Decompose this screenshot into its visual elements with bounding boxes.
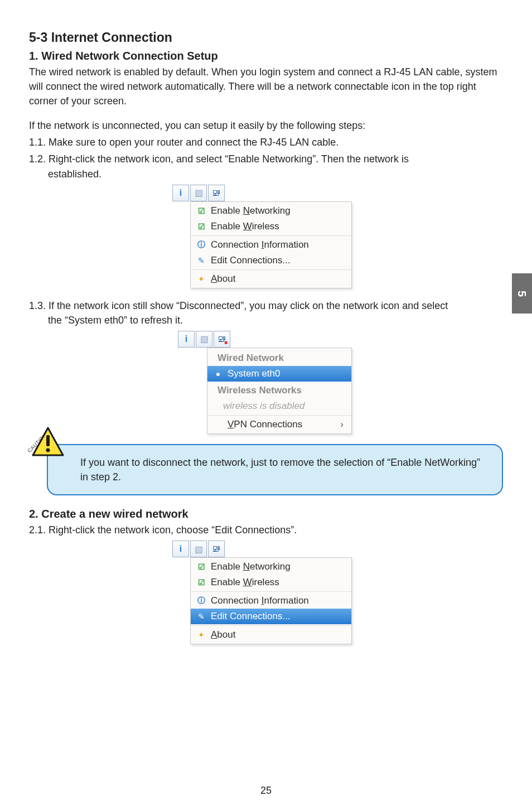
step-1-3: 1.3. If the network icon still show “Dis… [29, 298, 503, 327]
menu-edit-connections[interactable]: ✎ Edit Connections... [191, 609, 351, 624]
subsection-1-paragraph: The wired network is enabled by default.… [29, 65, 503, 108]
checkbox-checked-icon: ☑ [196, 222, 206, 231]
menu-enable-networking[interactable]: ☑ Enable Networking [191, 203, 351, 219]
info-tray-icon[interactable]: i [178, 331, 195, 348]
menu-connection-information[interactable]: ⓘ Connection Information [191, 237, 351, 253]
edit-icon: ✎ [196, 612, 206, 621]
page-number: 25 [0, 785, 532, 797]
tray-icons: i ▧ 🖳 [171, 541, 361, 557]
computer-icon: 🖳 [212, 188, 221, 198]
network-list-figure: i ▧ 🖳■ Wired Network ● System eth0 Wirel… [177, 331, 355, 434]
menu-separator [191, 269, 351, 270]
network-tray-icon[interactable]: 🖳 [208, 185, 225, 201]
folder-tray-icon[interactable]: ▧ [190, 541, 207, 557]
subsection-1-title: 1. Wired Network Connection Setup [29, 50, 503, 62]
info-icon: i [180, 188, 182, 198]
submenu-arrow-icon: › [340, 419, 344, 430]
network-disconnected-tray-icon[interactable]: 🖳■ [214, 331, 230, 348]
folder-icon: ▧ [200, 334, 209, 344]
network-list-menu: Wired Network ● System eth0 Wireless Net… [207, 348, 352, 434]
menu-about[interactable]: ✦ About [191, 627, 351, 643]
menu-enable-wireless[interactable]: ☑ Enable Wireless [191, 575, 351, 590]
step-1-2: 1.2. Right-click the network icon, and s… [29, 152, 503, 181]
svg-rect-1 [46, 435, 50, 446]
network-context-menu: ☑ Enable Networking ☑ Enable Wireless ⓘ … [190, 201, 352, 288]
info-tray-icon[interactable]: i [172, 541, 189, 557]
tray-icons: i ▧ 🖳■ [177, 331, 355, 348]
info-icon: i [185, 334, 187, 344]
network-context-menu: ☑ Enable Networking ☑ Enable Wireless ⓘ … [190, 557, 352, 644]
menu-separator [207, 415, 351, 416]
menu-separator [191, 235, 351, 236]
wired-network-header: Wired Network [207, 349, 351, 366]
caution-text: If you want to disconnect the network, j… [80, 457, 480, 483]
subsection-2-title: 2. Create a new wired network [29, 508, 503, 520]
checkbox-checked-icon: ☑ [196, 206, 206, 215]
wireless-disabled-text: wireless is disabled [207, 398, 351, 414]
context-menu-figure-2: i ▧ 🖳 ☑ Enable Networking ☑ Enable Wirel… [171, 541, 361, 644]
network-tray-icon[interactable]: 🖳 [208, 541, 225, 557]
folder-icon: ▧ [195, 544, 203, 555]
edit-icon: ✎ [196, 256, 206, 265]
menu-about[interactable]: ✦ About [191, 271, 351, 287]
computer-icon: 🖳 [212, 544, 221, 554]
menu-separator [191, 625, 351, 626]
step-2-1: 2.1. Right-click the network icon, choos… [29, 523, 503, 537]
tray-icons: i ▧ 🖳 [171, 185, 361, 201]
info-tray-icon[interactable]: i [172, 185, 189, 201]
section-title: 5-3 Internet Connection [29, 30, 503, 45]
info-icon: ⓘ [196, 240, 206, 250]
step-1-1: 1.1. Make sure to open your router and c… [29, 135, 503, 150]
menu-vpn-connections[interactable]: VPN Connections › [207, 417, 351, 432]
info-icon: ⓘ [196, 596, 206, 606]
menu-edit-connections[interactable]: ✎ Edit Connections... [191, 253, 351, 268]
folder-tray-icon[interactable]: ▧ [196, 331, 212, 348]
menu-enable-wireless[interactable]: ☑ Enable Wireless [191, 219, 351, 234]
menu-connection-information[interactable]: ⓘ Connection Information [191, 593, 351, 609]
folder-icon: ▧ [195, 187, 203, 198]
folder-tray-icon[interactable]: ▧ [190, 185, 207, 201]
caution-triangle-icon [31, 426, 65, 457]
menu-separator [191, 591, 351, 592]
menu-enable-networking[interactable]: ☑ Enable Networking [191, 559, 351, 575]
context-menu-figure-1: i ▧ 🖳 ☑ Enable Networking ☑ Enable Wirel… [171, 185, 361, 288]
checkbox-checked-icon: ☑ [196, 578, 206, 587]
caution-callout: CAUTION If you want to disconnect the ne… [47, 444, 503, 495]
chapter-tab: 5 [512, 273, 532, 314]
star-icon: ✦ [196, 630, 206, 639]
info-icon: i [180, 544, 182, 554]
star-icon: ✦ [196, 274, 206, 283]
svg-point-2 [46, 448, 50, 452]
wireless-networks-header: Wireless Networks [207, 382, 351, 398]
computer-x-icon: 🖳■ [217, 334, 226, 344]
subsection-1-lead: If the network is unconnected, you can s… [29, 118, 503, 133]
checkbox-checked-icon: ☑ [196, 562, 206, 571]
radio-selected-icon: ● [213, 369, 223, 378]
menu-system-eth0[interactable]: ● System eth0 [207, 366, 351, 382]
